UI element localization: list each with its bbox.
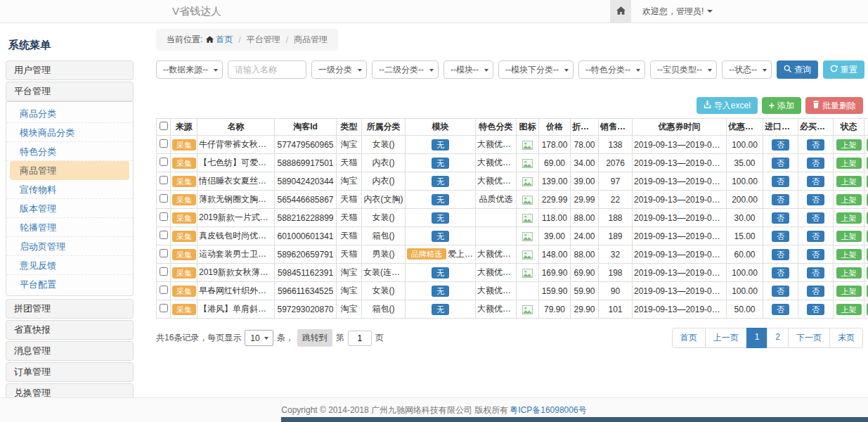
page-button[interactable]: 下一页: [788, 328, 830, 348]
imported-toggle-button[interactable]: 否: [772, 231, 789, 242]
module-select[interactable]: --模块--: [443, 60, 493, 79]
add-button[interactable]: + 添加: [762, 97, 801, 114]
row-checkbox[interactable]: [160, 194, 168, 203]
sidebar-section[interactable]: 消息管理: [6, 341, 134, 361]
module-badge[interactable]: 无: [432, 304, 449, 315]
imported-toggle-button[interactable]: 否: [772, 139, 789, 151]
row-checkbox[interactable]: [160, 139, 168, 148]
reset-button[interactable]: 重置: [823, 60, 864, 79]
row-checkbox[interactable]: [160, 249, 168, 257]
must-buy-toggle-button[interactable]: 否: [807, 176, 824, 187]
sidebar-item[interactable]: 特色分类: [6, 142, 133, 161]
must-buy-toggle-button[interactable]: 否: [807, 158, 824, 169]
sidebar-section[interactable]: 平台管理: [6, 82, 134, 101]
must-buy-toggle-button[interactable]: 否: [807, 212, 824, 224]
imported-toggle-button[interactable]: 否: [772, 249, 789, 260]
module-badge[interactable]: 品牌精选: [407, 248, 446, 260]
sidebar-section[interactable]: 拼团管理: [6, 299, 134, 319]
breadcrumb-home-link[interactable]: 首页: [206, 34, 233, 46]
search-button[interactable]: 查询: [777, 60, 818, 79]
must-buy-toggle-button[interactable]: 否: [807, 249, 824, 260]
status-button[interactable]: 上架: [836, 286, 862, 297]
page-button[interactable]: 上一页: [705, 328, 747, 348]
sidebar-item[interactable]: 启动页管理: [6, 237, 133, 256]
status-button[interactable]: 上架: [836, 267, 862, 279]
data-source-select[interactable]: --数据来源--: [156, 60, 223, 79]
page-button[interactable]: 2: [767, 328, 789, 348]
sidebar-section[interactable]: 用户管理: [6, 60, 134, 80]
sidebar-item[interactable]: 模块商品分类: [6, 123, 133, 142]
module-badge[interactable]: 无: [432, 212, 449, 224]
row-checkbox[interactable]: [160, 176, 168, 184]
status-button[interactable]: 上架: [836, 158, 862, 169]
row-checkbox[interactable]: [160, 158, 168, 166]
status-button[interactable]: 上架: [836, 304, 862, 315]
category-level2-select[interactable]: --二级分类--: [372, 60, 439, 79]
jump-to-page-button[interactable]: 跳转到: [297, 329, 332, 347]
row-checkbox[interactable]: [160, 286, 168, 294]
status-button[interactable]: 上架: [836, 194, 862, 205]
must-buy-toggle-button[interactable]: 否: [807, 286, 824, 297]
type-cell: 天猫: [337, 209, 362, 227]
coupon-amount-cell: 30.00: [727, 209, 763, 227]
sidebar-item[interactable]: 商品分类: [6, 104, 133, 123]
must-buy-toggle-button[interactable]: 否: [807, 231, 824, 242]
batch-delete-button[interactable]: 批量删除: [805, 97, 863, 114]
must-buy-toggle-button[interactable]: 否: [807, 267, 824, 279]
page-button[interactable]: 首页: [672, 328, 706, 348]
status-button[interactable]: 上架: [836, 249, 862, 260]
name-search-input[interactable]: [228, 60, 306, 79]
per-page-select[interactable]: 10: [245, 330, 273, 346]
imported-cell: 否: [763, 264, 798, 282]
module-badge[interactable]: 无: [432, 267, 449, 279]
row-checkbox[interactable]: [160, 267, 168, 276]
sidebar-section[interactable]: 订单管理: [6, 362, 134, 382]
page-button[interactable]: 末页: [829, 328, 863, 348]
status-select[interactable]: --状态--: [722, 60, 772, 79]
imported-toggle-button[interactable]: 否: [772, 286, 789, 297]
imported-toggle-button[interactable]: 否: [772, 176, 789, 187]
module-badge[interactable]: 无: [432, 286, 449, 297]
category-level1-select[interactable]: 一级分类: [311, 60, 367, 79]
status-button[interactable]: 上架: [836, 176, 862, 187]
imported-toggle-button[interactable]: 否: [772, 212, 789, 224]
page-number-input[interactable]: [348, 331, 372, 346]
row-checkbox[interactable]: [160, 212, 168, 221]
status-button[interactable]: 上架: [836, 139, 862, 151]
select-all-checkbox[interactable]: [160, 122, 168, 130]
sidebar-item[interactable]: 版本管理: [6, 199, 133, 218]
sidebar-item[interactable]: 轮播管理: [6, 218, 133, 237]
sidebar-item[interactable]: 平台配置: [6, 275, 133, 293]
module-badge[interactable]: 无: [432, 139, 449, 151]
must-buy-toggle-button[interactable]: 否: [807, 139, 824, 151]
home-button[interactable]: [610, 0, 631, 23]
must-buy-toggle-button[interactable]: 否: [807, 304, 824, 315]
sidebar-submenu: 商品分类模块商品分类特色分类商品管理宣传物料版本管理轮播管理启动页管理意见反馈平…: [6, 101, 134, 296]
icp-link[interactable]: 粤ICP备16098006号: [510, 404, 586, 416]
user-menu[interactable]: 欢迎您，管理员!: [642, 6, 713, 18]
imported-toggle-button[interactable]: 否: [772, 267, 789, 279]
module-badge[interactable]: 无: [432, 176, 449, 187]
status-button[interactable]: 上架: [836, 212, 862, 224]
sidebar-section[interactable]: 省直快报: [6, 320, 134, 340]
sidebar-item[interactable]: 宣传物料: [6, 180, 133, 199]
module-badge[interactable]: 无: [432, 194, 449, 205]
source-cell: 采集: [171, 191, 197, 209]
module-badge[interactable]: 无: [432, 158, 449, 169]
module-subcategory-select[interactable]: --模块下分类--: [498, 60, 574, 79]
sidebar-item[interactable]: 商品管理: [10, 161, 129, 180]
status-button[interactable]: 上架: [836, 231, 862, 242]
imported-toggle-button[interactable]: 否: [772, 158, 789, 169]
import-excel-button[interactable]: 导入excel: [697, 97, 758, 114]
category-cell: 男装(): [362, 245, 406, 264]
sidebar-item[interactable]: 意见反馈: [6, 256, 133, 275]
page-button[interactable]: 1: [746, 328, 768, 348]
item-type-select[interactable]: --宝贝类型--: [650, 60, 717, 79]
module-badge[interactable]: 无: [432, 231, 449, 242]
row-checkbox[interactable]: [160, 231, 168, 239]
must-buy-toggle-button[interactable]: 否: [807, 194, 824, 205]
row-checkbox[interactable]: [160, 304, 168, 312]
imported-toggle-button[interactable]: 否: [772, 304, 789, 315]
feature-category-select[interactable]: --特色分类--: [578, 60, 645, 79]
imported-toggle-button[interactable]: 否: [772, 194, 789, 205]
